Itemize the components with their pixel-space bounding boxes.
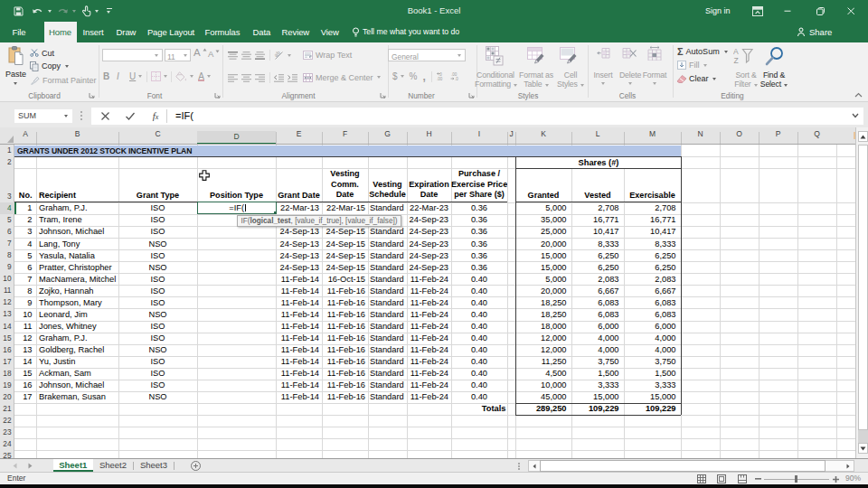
cell-r20-L[interactable]: 15,000: [571, 391, 624, 403]
normal-view-button[interactable]: [697, 474, 706, 483]
format-cells-button[interactable]: Format: [641, 45, 668, 89]
new-sheet-button[interactable]: [191, 461, 201, 471]
collapse-ribbon-icon[interactable]: [854, 92, 863, 98]
close-button[interactable]: [844, 0, 858, 22]
font-dialog-launcher[interactable]: [214, 92, 221, 99]
cell-r15-K[interactable]: 12,000: [515, 333, 571, 344]
cell-r14-M[interactable]: 6,000: [624, 321, 681, 333]
bold-button[interactable]: B: [103, 71, 114, 81]
cell-r16-M[interactable]: 4,000: [624, 344, 681, 356]
cell-r9-B[interactable]: Pratter, Christopher: [36, 262, 118, 274]
cell-r15-A[interactable]: 12: [14, 333, 36, 344]
scroll-left-icon[interactable]: [533, 464, 536, 469]
cell-r15-B[interactable]: Graham, P.J.: [36, 333, 118, 344]
horizontal-scroll-thumb[interactable]: [540, 460, 826, 472]
cell-r6-C[interactable]: ISO: [118, 226, 197, 238]
underline-button[interactable]: U: [129, 71, 136, 81]
cell-r5-L[interactable]: 16,771: [571, 214, 624, 226]
cell-r20-M[interactable]: 15,000: [624, 391, 681, 403]
cell-r19-E[interactable]: 11-Feb-14: [276, 380, 322, 391]
cell-r18-I[interactable]: 0.40: [451, 368, 507, 380]
cell-r8-I[interactable]: 0.36: [451, 250, 507, 262]
sheet-tab-sheet2[interactable]: Sheet2: [96, 459, 130, 472]
increase-font-button[interactable]: A: [193, 47, 206, 61]
cell-r17-E[interactable]: 11-Feb-14: [276, 356, 322, 368]
align-middle-icon[interactable]: [241, 52, 251, 60]
cell-r5-H[interactable]: 24-Sep-23: [407, 214, 451, 226]
totals-granted[interactable]: 289,250: [515, 403, 571, 415]
column-header-I[interactable]: I: [451, 127, 507, 141]
cell-r20-E[interactable]: 11-Feb-14: [276, 391, 322, 403]
header-exercisable[interactable]: Exercisable: [624, 168, 681, 202]
insert-function-icon[interactable]: fx: [146, 108, 165, 125]
cell-r17-A[interactable]: 14: [14, 356, 36, 368]
align-right-icon[interactable]: [255, 74, 265, 82]
cut-button[interactable]: Cut: [30, 49, 54, 57]
percent-style-button[interactable]: %: [410, 71, 418, 81]
decrease-indent-icon[interactable]: [274, 74, 284, 82]
cell-r19-L[interactable]: 3,333: [571, 380, 624, 391]
column-header-H[interactable]: H: [407, 127, 451, 141]
cell-r7-G[interactable]: Standard: [368, 239, 407, 250]
row-header-11[interactable]: 11: [0, 285, 12, 296]
scroll-up-button[interactable]: [858, 131, 868, 142]
cell-r6-E[interactable]: 24-Sep-13: [276, 226, 322, 238]
vertical-scroll-thumb[interactable]: [858, 145, 868, 430]
cell-r8-M[interactable]: 6,250: [624, 250, 681, 262]
cell-r8-H[interactable]: 24-Sep-23: [407, 250, 451, 262]
row-header-24[interactable]: 24: [0, 438, 12, 450]
tab-file[interactable]: File: [7, 22, 31, 42]
vertical-scrollbar[interactable]: [855, 127, 868, 458]
cell-r14-I[interactable]: 0.40: [451, 321, 507, 333]
cell-r13-B[interactable]: Leonard, Jim: [36, 309, 118, 321]
cell-r7-B[interactable]: Lang, Tony: [36, 239, 118, 250]
cell-r4-F[interactable]: 22-Mar-15: [322, 202, 368, 214]
fill-color-button[interactable]: [175, 71, 187, 82]
cell-r8-A[interactable]: 5: [14, 250, 36, 262]
row-header-9[interactable]: 9: [0, 261, 12, 273]
cell-r13-F[interactable]: 11-Feb-16: [322, 309, 368, 321]
cell-r7-M[interactable]: 8,333: [624, 239, 681, 250]
cell-r12-A[interactable]: 9: [14, 297, 36, 309]
merge-center-button[interactable]: Merge & Center: [303, 72, 381, 82]
cell-r6-L[interactable]: 10,417: [571, 226, 624, 238]
cell-r13-C[interactable]: NSO: [118, 309, 197, 321]
header-granted[interactable]: Granted: [515, 168, 571, 202]
cell-r13-A[interactable]: 10: [14, 309, 36, 321]
row-header-3[interactable]: 3: [0, 168, 12, 202]
italic-button[interactable]: I: [117, 71, 127, 81]
cell-r20-A[interactable]: 17: [14, 391, 36, 403]
totals-vested[interactable]: 109,229: [571, 403, 624, 415]
cell-r14-K[interactable]: 18,000: [515, 321, 571, 333]
cell-r16-L[interactable]: 4,000: [571, 344, 624, 356]
cell-r9-I[interactable]: 0.36: [451, 262, 507, 274]
cell-r20-G[interactable]: Standard: [368, 391, 407, 403]
cell-r16-B[interactable]: Goldberg, Rachel: [36, 344, 118, 356]
alignment-dialog-launcher[interactable]: [380, 92, 386, 99]
cell-r6-F[interactable]: 24-Sep-15: [322, 226, 368, 238]
cell-r5-K[interactable]: 35,000: [515, 214, 571, 226]
cell-r10-M[interactable]: 2,083: [624, 274, 681, 286]
cell-r10-L[interactable]: 2,083: [571, 274, 624, 286]
cell-r14-G[interactable]: Standard: [368, 321, 407, 333]
page-layout-view-button[interactable]: [717, 474, 726, 483]
copy-button[interactable]: Copy: [30, 61, 69, 70]
row-header-10[interactable]: 10: [0, 273, 12, 285]
cell-r19-K[interactable]: 10,000: [515, 380, 571, 391]
cell-r16-I[interactable]: 0.40: [451, 344, 507, 356]
cell-r17-I[interactable]: 0.40: [451, 356, 507, 368]
cell-r4-B[interactable]: Graham, P.J.: [36, 202, 118, 214]
name-box[interactable]: SUM: [14, 109, 72, 123]
clipboard-dialog-launcher[interactable]: [89, 92, 95, 99]
cell-r13-I[interactable]: 0.40: [451, 309, 507, 321]
zoom-slider-handle[interactable]: [795, 475, 797, 483]
cell-r11-E[interactable]: 11-Feb-14: [276, 286, 322, 297]
cell-r4-A[interactable]: 1: [14, 202, 36, 214]
cell-r15-L[interactable]: 4,000: [571, 333, 624, 344]
align-center-icon[interactable]: [241, 74, 251, 82]
cell-r12-E[interactable]: 11-Feb-14: [276, 297, 322, 309]
row-header-7[interactable]: 7: [0, 238, 12, 249]
cell-r16-K[interactable]: 12,000: [515, 344, 571, 356]
cell-r7-E[interactable]: 24-Sep-13: [276, 239, 322, 250]
row-header-23[interactable]: 23: [0, 427, 12, 438]
